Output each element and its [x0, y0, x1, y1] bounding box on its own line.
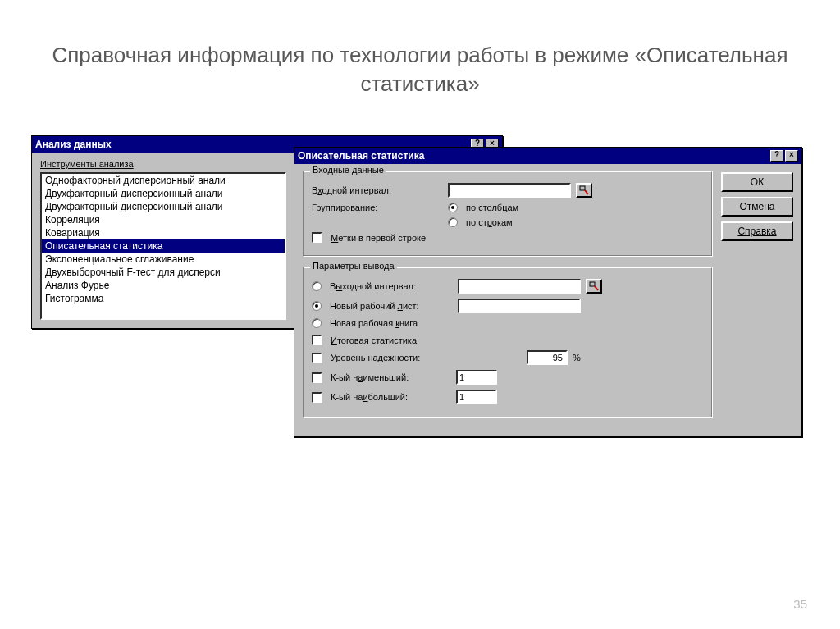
list-item[interactable]: Двухфакторный дисперсионный анали — [42, 187, 285, 200]
k-smallest-field[interactable]: 1 — [456, 370, 497, 385]
range-selector-icon[interactable] — [576, 183, 592, 198]
checkbox-k-largest[interactable] — [312, 392, 322, 403]
percent-label: % — [573, 353, 581, 362]
k-largest-field[interactable]: 1 — [456, 390, 497, 404]
close-icon[interactable]: × — [785, 150, 798, 162]
checkbox-labels-first-row[interactable] — [312, 232, 322, 243]
group-input-data: Входные данные Входной интервал: Группир… — [303, 171, 713, 257]
new-worksheet-label: Новый рабочий лист: — [330, 301, 453, 311]
summary-statistics-label: Итоговая статистика — [331, 335, 417, 345]
checkbox-summary-statistics[interactable] — [312, 335, 322, 345]
titlebar: Описательная статистика ? × — [294, 148, 801, 164]
list-item[interactable]: Двухвыборочный F-тест для дисперси — [42, 266, 285, 279]
confidence-level-label: Уровень надежности: — [331, 353, 451, 362]
radio-output-range[interactable] — [312, 281, 322, 291]
cancel-button[interactable]: Отмена — [721, 197, 793, 217]
by-rows-label: по строкам — [466, 217, 513, 227]
list-item[interactable]: Экспоненциальное сглаживание — [42, 253, 285, 266]
list-item[interactable]: Однофакторный дисперсионный анали — [42, 174, 285, 187]
help-button[interactable]: Справка — [721, 221, 793, 241]
radio-by-rows[interactable] — [448, 217, 458, 227]
k-smallest-label: К-ый наименьший: — [331, 372, 451, 382]
ok-button[interactable]: ОК — [721, 172, 793, 192]
dialog-descriptive-statistics: Описательная статистика ? × Входные данн… — [294, 147, 802, 437]
confidence-level-field[interactable]: 95 — [527, 350, 568, 365]
input-range-field[interactable] — [448, 183, 571, 198]
range-selector-icon[interactable] — [586, 279, 602, 294]
checkbox-k-smallest[interactable] — [312, 372, 322, 383]
group-output-params: Параметры вывода Выходной интервал: Новы… — [303, 267, 713, 418]
new-workbook-label: Новая рабочая книга — [330, 318, 418, 328]
group-legend: Входные данные — [310, 165, 386, 175]
grouping-label: Группирование: — [312, 203, 443, 212]
list-item[interactable]: Ковариация — [42, 226, 285, 239]
list-item[interactable]: Корреляция — [42, 213, 285, 226]
svg-rect-0 — [580, 186, 585, 190]
tools-listbox[interactable]: Однофакторный дисперсионный аналиДвухфак… — [40, 172, 286, 320]
radio-new-worksheet[interactable] — [312, 301, 322, 311]
checkbox-confidence-level[interactable] — [312, 353, 322, 363]
dialog-title: Описательная статистика — [298, 150, 424, 162]
help-icon[interactable]: ? — [770, 150, 783, 162]
radio-new-workbook[interactable] — [312, 318, 322, 328]
radio-by-columns[interactable] — [448, 203, 458, 212]
page-number: 35 — [793, 597, 807, 611]
page-title: Справочная информация по технологии рабо… — [0, 41, 840, 98]
dialog-title: Анализ данных — [35, 139, 112, 150]
output-range-label: Выходной интервал: — [330, 281, 453, 291]
list-item[interactable]: Анализ Фурье — [42, 279, 285, 292]
new-worksheet-field[interactable] — [458, 299, 581, 313]
group-legend: Параметры вывода — [310, 261, 397, 271]
list-item[interactable]: Двухфакторный дисперсионный анали — [42, 200, 285, 213]
output-range-field[interactable] — [458, 279, 581, 294]
svg-rect-1 — [590, 282, 595, 286]
list-item[interactable]: Гистограмма — [42, 292, 285, 305]
list-item[interactable]: Описательная статистика — [42, 239, 285, 253]
input-range-label: Входной интервал: — [312, 185, 443, 195]
labels-first-row-label: Метки в первой строке — [331, 233, 426, 243]
k-largest-label: К-ый наибольший: — [331, 392, 451, 402]
by-columns-label: по столбцам — [466, 203, 518, 212]
